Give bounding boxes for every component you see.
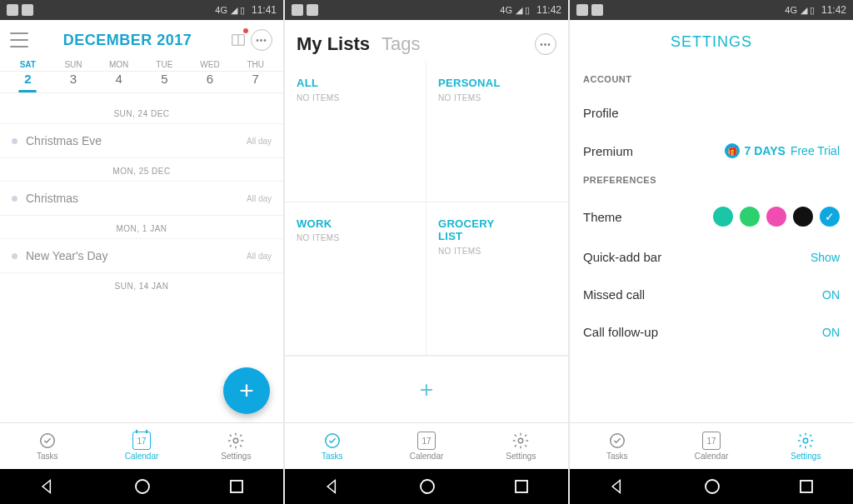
back-key[interactable] xyxy=(324,478,341,495)
theme-swatch[interactable] xyxy=(713,207,733,227)
nav-label: Tasks xyxy=(322,452,343,461)
phone-lists: 4G ◢ ▯ 11:42 My Lists Tags ••• ALL NO IT… xyxy=(285,0,568,504)
notif-icon xyxy=(576,4,588,16)
event-title: New Year's Day xyxy=(26,249,247,262)
month-title[interactable]: DECEMBER 2017 xyxy=(28,32,227,49)
list-item[interactable]: ALL NO ITEMS xyxy=(285,62,426,202)
weekday-label[interactable]: THU xyxy=(232,57,278,71)
nav-settings[interactable]: Settings xyxy=(759,423,853,469)
home-key[interactable] xyxy=(134,478,151,495)
row-label: Call follow-up xyxy=(583,325,658,339)
agenda-date-header: MON, 25 DEC xyxy=(0,158,283,181)
status-bar: 4G ◢ ▯ 11:42 xyxy=(570,0,853,20)
back-key[interactable] xyxy=(39,478,56,495)
svg-rect-9 xyxy=(516,481,527,492)
home-key[interactable] xyxy=(419,478,436,495)
battery-icon: ▯ xyxy=(810,5,815,16)
nav-label: Settings xyxy=(221,452,251,461)
theme-swatches: ✓ xyxy=(713,207,840,227)
agenda-event[interactable]: New Year's Day All day xyxy=(0,238,283,273)
date-cell[interactable]: 4 xyxy=(96,72,142,92)
agenda-event[interactable]: Christmas Eve All day xyxy=(0,123,283,158)
nav-tasks[interactable]: Tasks xyxy=(285,423,379,469)
signal-icon: ◢ xyxy=(801,5,806,16)
trial-days: 7 DAYS xyxy=(745,144,786,157)
back-key[interactable] xyxy=(609,478,626,495)
nav-calendar[interactable]: 17 Calendar xyxy=(664,423,758,469)
more-button[interactable]: ••• xyxy=(250,28,273,52)
recent-key[interactable] xyxy=(229,479,244,494)
svg-point-8 xyxy=(421,480,434,493)
clock: 11:41 xyxy=(252,4,277,16)
network-label: 4G xyxy=(215,5,227,15)
row-profile[interactable]: Profile xyxy=(570,94,853,132)
nav-label: Settings xyxy=(506,452,536,461)
recent-key[interactable] xyxy=(799,479,814,494)
list-item[interactable]: PERSONAL NO ITEMS xyxy=(426,62,568,202)
notif-icon xyxy=(591,4,603,16)
notif-icon xyxy=(307,4,318,16)
nav-label: Calendar xyxy=(695,452,729,461)
section-prefs: PREFERENCES xyxy=(570,170,853,195)
more-button[interactable]: ••• xyxy=(535,33,556,55)
svg-point-11 xyxy=(804,438,809,443)
battery-icon: ▯ xyxy=(525,5,530,16)
signal-icon: ◢ xyxy=(516,5,521,16)
svg-point-7 xyxy=(519,438,524,443)
add-list-button[interactable]: + xyxy=(285,356,568,422)
date-cell[interactable]: 3 xyxy=(51,72,97,92)
weekday-label[interactable]: SUN xyxy=(51,57,97,71)
weekday-label[interactable]: MON xyxy=(96,57,142,71)
calendar-icon-date: 17 xyxy=(706,437,716,446)
nav-calendar[interactable]: 17 Calendar xyxy=(379,423,473,469)
lists-title[interactable]: My Lists xyxy=(297,33,370,55)
weekday-label[interactable]: WED xyxy=(187,57,233,71)
row-quickadd[interactable]: Quick-add bar Show xyxy=(570,238,853,276)
row-call-followup[interactable]: Call follow-up ON xyxy=(570,313,853,351)
add-fab-button[interactable]: + xyxy=(223,367,270,414)
list-name: ALL xyxy=(297,77,414,90)
theme-swatch[interactable] xyxy=(740,207,760,227)
theme-swatch-selected[interactable]: ✓ xyxy=(820,207,840,227)
list-count: NO ITEMS xyxy=(438,93,556,102)
hamburger-icon[interactable] xyxy=(10,32,28,47)
date-cell[interactable]: 7 xyxy=(232,72,278,92)
tags-tab[interactable]: Tags xyxy=(382,33,420,55)
list-count: NO ITEMS xyxy=(297,93,414,102)
nav-tasks[interactable]: Tasks xyxy=(0,423,94,469)
row-theme[interactable]: Theme ✓ xyxy=(570,195,853,238)
list-item[interactable]: WORK NO ITEMS xyxy=(285,202,426,356)
theme-swatch[interactable] xyxy=(793,207,813,227)
event-title: Christmas xyxy=(26,192,247,205)
date-cell[interactable]: 6 xyxy=(187,72,233,92)
notif-icon xyxy=(292,4,303,16)
list-item[interactable]: GROCERY LIST NO ITEMS xyxy=(426,202,568,356)
agenda-date-header: SUN, 24 DEC xyxy=(0,101,283,123)
row-label: Premium xyxy=(583,144,633,158)
notifications-button[interactable] xyxy=(227,28,250,52)
list-count: NO ITEMS xyxy=(297,233,414,242)
settings-title: SETTINGS xyxy=(570,20,853,69)
status-bar: 4G ◢ ▯ 11:42 xyxy=(285,0,568,20)
nav-settings[interactable]: Settings xyxy=(474,423,568,469)
date-cell[interactable]: 5 xyxy=(142,72,187,92)
network-label: 4G xyxy=(785,5,797,15)
nav-settings[interactable]: Settings xyxy=(189,423,283,469)
section-account: ACCOUNT xyxy=(570,69,853,94)
list-name: PERSONAL xyxy=(438,77,556,90)
weekday-label[interactable]: SAT xyxy=(5,57,51,71)
date-cell[interactable]: 2 xyxy=(5,72,51,92)
nav-calendar[interactable]: 17 Calendar xyxy=(94,423,188,469)
theme-swatch[interactable] xyxy=(766,207,786,227)
svg-point-12 xyxy=(706,480,719,493)
recent-key[interactable] xyxy=(514,479,529,494)
nav-label: Settings xyxy=(791,452,821,461)
row-premium[interactable]: Premium 🎁 7 DAYS Free Trial xyxy=(570,132,853,170)
row-missed-call[interactable]: Missed call ON xyxy=(570,276,853,313)
weekday-label[interactable]: TUE xyxy=(142,57,187,71)
list-count: NO ITEMS xyxy=(438,247,556,256)
home-key[interactable] xyxy=(704,478,721,495)
agenda-event[interactable]: Christmas All day xyxy=(0,181,283,216)
nav-tasks[interactable]: Tasks xyxy=(570,423,664,469)
clock: 11:42 xyxy=(536,4,561,16)
